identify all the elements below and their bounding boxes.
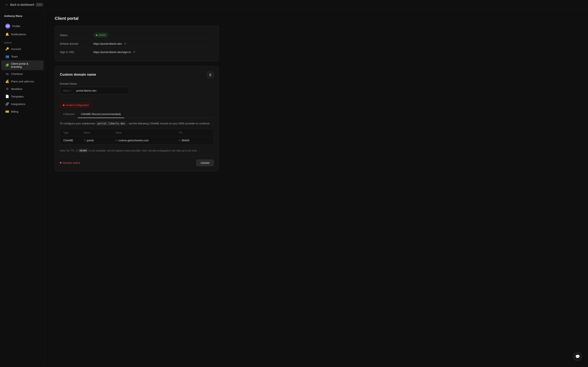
domain-input[interactable] — [73, 87, 129, 94]
delete-domain-button[interactable]: 🗑 — [207, 71, 214, 78]
sidebar-item-plans[interactable]: 💰 Plans and add-ons — [1, 78, 43, 85]
back-label: Back to dashboard — [10, 3, 34, 6]
billing-icon: 💳 — [5, 110, 9, 113]
sidebar: Anthony Riera AR Profile 🔔 Notifications… — [0, 9, 45, 366]
signin-url-label: Sign in URL — [60, 50, 88, 54]
domain-input-wrapper: https:// — [60, 87, 129, 94]
domain-name-label: Domain Name — [60, 82, 214, 85]
copy-value-icon[interactable]: ⧉ — [115, 139, 117, 142]
sidebar-item-profile-label: Profile — [12, 25, 20, 28]
config-description: To configure your subdomain portal.liber… — [60, 121, 214, 126]
sidebar-item-integrations[interactable]: 🔗 Integrations — [1, 100, 43, 108]
esc-badge: ESC — [36, 3, 43, 7]
note-prefix: Note: for TTL, if — [60, 149, 78, 152]
page-title: Client portal — [55, 16, 219, 21]
signin-url-text: https://portal.liberto.dev/sign-in — [93, 50, 131, 54]
default-domain-label: Default domain — [60, 42, 88, 45]
domain-status-dot — [60, 162, 61, 164]
custom-domain-title: Custom domain name — [60, 73, 96, 77]
signin-url-row: Sign in URL https://portal.liberto.dev/s… — [60, 48, 214, 56]
default-domain-value: https://portal.liberto.dev ⧉ — [93, 42, 127, 46]
dns-table-header: Type Name Value TTL — [60, 129, 214, 136]
sidebar-item-checkout-label: Checkout — [11, 72, 23, 75]
sidebar-item-billing-label: Billing — [11, 110, 18, 113]
dns-ttl-value: 86400 — [182, 139, 190, 142]
dns-table-row: CNAME ⧉ portal ⧉ cname.getorchestra.com … — [60, 136, 214, 144]
sidebar-item-account[interactable]: 🔑 Account — [1, 45, 43, 53]
sidebar-item-templates-label: Templates — [11, 95, 24, 98]
col-ttl: TTL — [179, 131, 210, 134]
sidebar-item-integrations-label: Integrations — [11, 103, 26, 106]
portal-icon: 🧩 — [5, 63, 9, 67]
invalid-config-label: Invalid Configuration — [66, 104, 89, 107]
copy-signin-url-button[interactable]: ⧉ — [132, 50, 136, 54]
dns-value: ⧉ cname.getorchestra.com — [115, 139, 179, 142]
status-card: Status Active Default domain https://por… — [55, 26, 219, 61]
invalid-config-badge: Invalid Configuration — [60, 103, 92, 108]
sidebar-item-client-portal-label: Client portal & branding — [11, 62, 39, 68]
col-type: Type — [63, 131, 84, 134]
templates-icon: 📄 — [5, 95, 9, 98]
key-icon: 🔑 — [5, 47, 9, 51]
status-label: Status — [60, 34, 88, 37]
sidebar-item-notifications[interactable]: 🔔 Notifications — [1, 31, 43, 38]
default-domain-row: Default domain https://portal.liberto.de… — [60, 39, 214, 48]
status-text: Active — [99, 34, 105, 36]
sidebar-item-team-label: Team — [11, 55, 18, 58]
sidebar-item-templates[interactable]: 📄 Templates — [1, 93, 43, 100]
status-value: Active — [93, 33, 108, 37]
sidebar-section-org: Liberto — [0, 38, 45, 45]
sidebar-item-notifications-label: Notifications — [11, 33, 26, 36]
sidebar-item-workflow-label: Workflow — [11, 87, 22, 91]
dns-name-value: portal — [87, 139, 94, 142]
note-suffix: is not available, set the highest value … — [89, 149, 198, 152]
main-content: Client portal Status Active Default doma… — [45, 9, 229, 366]
domain-name-field: Domain Name https:// — [60, 82, 214, 94]
note-text: Note: for TTL, if 86400 is not available… — [60, 149, 214, 153]
dns-table: Type Name Value TTL CNAME ⧉ portal ⧉ cna… — [60, 129, 214, 145]
domain-status: Domain active — [60, 161, 80, 164]
integrations-icon: 🔗 — [5, 102, 9, 106]
workflow-icon: ⚙ — [5, 87, 9, 91]
custom-domain-card: Custom domain name 🗑 Domain Name https:/… — [55, 66, 219, 171]
sidebar-item-workflow[interactable]: ⚙ Workflow — [1, 85, 43, 92]
topbar: ← Back to dashboard ESC — [0, 0, 588, 9]
sidebar-item-checkout[interactable]: 🛍 Checkout — [1, 70, 43, 77]
config-desc-2: , set the following CNAME record on your… — [127, 122, 210, 125]
custom-domain-header: Custom domain name 🗑 — [60, 71, 214, 78]
app-layout: Anthony Riera AR Profile 🔔 Notifications… — [0, 9, 588, 366]
copy-name-icon[interactable]: ⧉ — [84, 139, 86, 142]
tab-a-record[interactable]: A Record — [60, 111, 78, 118]
card-footer: Domain active Update — [60, 156, 214, 166]
signin-url-value: https://portal.liberto.dev/sign-in ⧉ — [93, 50, 136, 54]
checkout-icon: 🛍 — [5, 72, 9, 76]
plans-icon: 💰 — [5, 80, 9, 83]
bell-icon: 🔔 — [5, 33, 9, 36]
back-to-dashboard-button[interactable]: ← Back to dashboard ESC — [5, 3, 43, 7]
status-dot — [96, 34, 97, 36]
sidebar-item-team[interactable]: 👥 Team — [1, 53, 43, 60]
config-desc-1: To configure your subdomain — [60, 122, 95, 125]
domain-active-label: Domain active — [63, 161, 80, 164]
status-badge: Active — [93, 33, 108, 37]
tab-cname-record[interactable]: CNAME Record (recommended) — [78, 111, 124, 118]
config-subdomain: portal.liberto.dev — [96, 122, 126, 125]
sidebar-user-name: Anthony Riera — [0, 15, 45, 22]
dns-value-text: cname.getorchestra.com — [118, 139, 149, 142]
sidebar-item-profile[interactable]: AR Profile — [1, 22, 43, 30]
chat-bubble-button[interactable]: 💬 — [573, 352, 582, 361]
team-icon: 👥 — [5, 55, 9, 58]
sidebar-item-billing[interactable]: 💳 Billing — [1, 108, 43, 115]
col-name: Name — [84, 131, 115, 134]
invalid-dot — [63, 104, 65, 106]
sidebar-item-plans-label: Plans and add-ons — [11, 80, 34, 83]
sidebar-item-client-portal[interactable]: 🧩 Client portal & branding — [1, 60, 43, 70]
divider — [60, 99, 214, 99]
dns-tabs: A Record CNAME Record (recommended) — [60, 111, 214, 118]
avatar: AR — [5, 24, 10, 29]
update-button[interactable]: Update — [196, 159, 214, 166]
back-arrow-icon: ← — [5, 3, 9, 7]
copy-default-domain-button[interactable]: ⧉ — [123, 42, 127, 46]
copy-ttl-icon[interactable]: ⧉ — [179, 139, 181, 142]
note-ttl: 86400 — [78, 149, 88, 152]
